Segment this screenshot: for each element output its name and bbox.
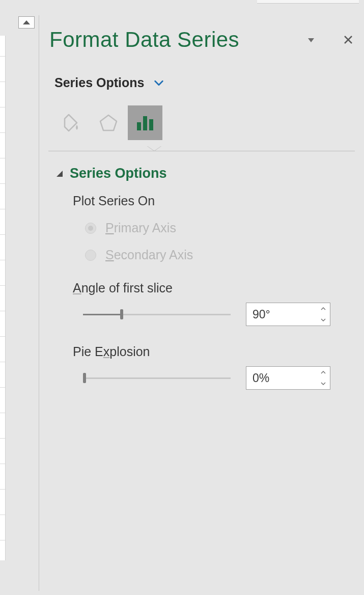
chevron-down-icon [308,38,314,42]
angle-of-first-slice-label: Angle of first slice [73,281,364,295]
chevron-up-icon [23,20,30,24]
svg-marker-0 [23,20,30,24]
svg-marker-5 [100,115,117,130]
explosion-slider[interactable] [83,372,231,384]
explosion-increment-button[interactable] [317,367,330,378]
svg-rect-7 [143,116,147,130]
format-data-series-pane: Format Data Series Series Options [39,15,364,595]
svg-marker-4 [65,115,77,131]
spreadsheet-gutter [0,36,6,560]
radio-icon [85,250,96,261]
primary-axis-radio[interactable]: Primary Axis [85,221,364,235]
pane-menu-button[interactable] [308,35,314,44]
scroll-up-button[interactable] [18,16,35,29]
close-icon [344,35,353,44]
series-options-section-header[interactable]: Series Options [57,166,364,181]
angle-spinner[interactable]: 90° [246,303,330,326]
angle-slider[interactable] [83,308,231,320]
chevron-down-icon [321,382,326,385]
slider-thumb[interactable] [83,373,86,383]
chevron-up-icon [321,371,326,374]
close-pane-button[interactable] [344,33,353,46]
svg-marker-1 [308,38,314,42]
series-options-section-title: Series Options [70,166,167,181]
angle-decrement-button[interactable] [317,314,330,326]
pane-title: Format Data Series [49,28,239,52]
angle-increment-button[interactable] [317,303,330,314]
series-options-tab[interactable] [128,105,162,140]
secondary-axis-label: Secondary Axis [105,248,193,262]
slider-track [83,314,231,315]
chevron-down-icon [153,77,164,89]
fill-and-line-tab[interactable] [54,105,89,140]
pie-explosion-label: Pie Explosion [73,344,364,359]
format-tabs [54,105,364,140]
svg-rect-6 [137,122,141,130]
slider-track [83,377,231,379]
pentagon-icon [98,113,119,133]
plot-series-on-label: Plot Series On [73,194,364,208]
collapse-triangle-icon [57,171,63,177]
tab-divider [48,146,355,156]
radio-icon [85,223,96,234]
secondary-axis-radio[interactable]: Secondary Axis [85,248,364,262]
paint-bucket-icon [62,113,82,133]
explosion-decrement-button[interactable] [317,378,330,389]
primary-axis-label: Primary Axis [105,221,176,235]
slider-thumb[interactable] [120,309,123,319]
bar-chart-icon [134,112,156,133]
angle-value[interactable]: 90° [246,303,317,326]
series-options-dropdown-label: Series Options [54,75,144,90]
effects-tab[interactable] [91,105,126,140]
explosion-spinner[interactable]: 0% [246,366,330,390]
series-options-dropdown[interactable]: Series Options [54,75,364,90]
chevron-up-icon [321,307,326,310]
window-chrome-fragment [257,0,359,4]
chevron-down-icon [321,318,326,321]
explosion-value[interactable]: 0% [246,367,317,389]
svg-rect-8 [149,119,153,130]
